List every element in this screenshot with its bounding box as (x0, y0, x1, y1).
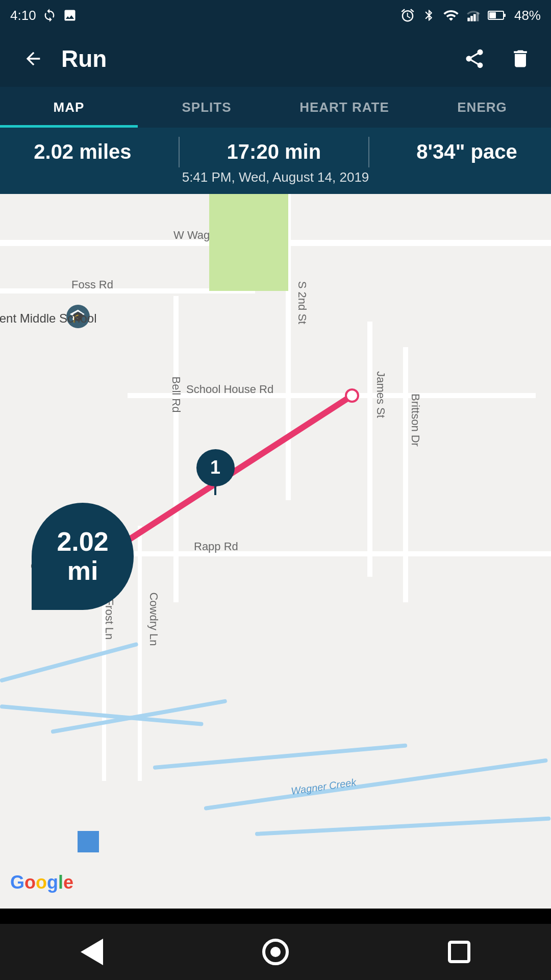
svg-rect-5 (504, 14, 506, 17)
stat-pace: 8'34" pace (416, 140, 517, 163)
top-actions (459, 43, 536, 74)
svg-rect-3 (477, 12, 479, 21)
delete-button[interactable] (505, 43, 536, 74)
tab-splits[interactable]: SPLITS (138, 87, 276, 128)
alarm-icon (400, 8, 415, 23)
wifi-icon (443, 7, 459, 23)
tab-heart-rate[interactable]: HEART RATE (276, 87, 413, 128)
svg-rect-2 (473, 14, 476, 21)
signal-icon (466, 8, 481, 22)
mile-marker-circle: 1 (196, 449, 235, 486)
bluetooth-icon (422, 9, 436, 22)
svg-rect-0 (467, 18, 470, 21)
bottom-nav (0, 924, 551, 980)
battery-percent: 48% (514, 8, 541, 23)
tab-bar: MAP SPLITS HEART RATE ENERG (0, 87, 551, 128)
svg-rect-6 (489, 12, 496, 18)
blue-square (78, 831, 99, 852)
status-bar: 4:10 (0, 0, 551, 31)
google-logo: Google (10, 872, 73, 893)
nav-recents-button[interactable] (439, 932, 480, 972)
time-display: 4:10 (10, 8, 36, 23)
back-button[interactable] (15, 41, 51, 77)
nav-back-button[interactable] (71, 932, 112, 972)
svg-rect-1 (470, 16, 473, 21)
stat-divider-2 (368, 137, 369, 167)
tab-energy[interactable]: ENERG (413, 87, 551, 128)
battery-icon (488, 8, 507, 22)
mile-marker-tail (214, 486, 216, 495)
nav-home-button[interactable] (255, 932, 296, 972)
sync-icon (42, 8, 57, 22)
end-marker (345, 388, 359, 403)
recents-square-icon (448, 941, 470, 963)
map-container[interactable]: W Wagner St Foss Rd School House Rd Rapp… (0, 194, 551, 909)
poi-label-school: alent Middle School (0, 311, 96, 326)
distance-bubble-text: 2.02 mi (57, 527, 108, 585)
distance-bubble: 2.02 mi (32, 503, 134, 610)
mile-marker-1: 1 (195, 449, 236, 495)
stat-divider-1 (179, 137, 180, 167)
tab-map[interactable]: MAP (0, 87, 138, 128)
stat-distance: 2.02 miles (34, 140, 131, 163)
home-circle-icon (262, 939, 289, 965)
stat-duration: 17:20 min (227, 140, 321, 163)
image-icon (63, 8, 77, 22)
stat-datetime: 5:41 PM, Wed, August 14, 2019 (182, 169, 369, 185)
share-button[interactable] (459, 43, 490, 74)
back-triangle-icon (81, 939, 103, 965)
page-title: Run (61, 45, 459, 72)
top-bar: Run (0, 31, 551, 87)
stats-bar: 2.02 miles 17:20 min 8'34" pace 5:41 PM,… (0, 128, 551, 194)
